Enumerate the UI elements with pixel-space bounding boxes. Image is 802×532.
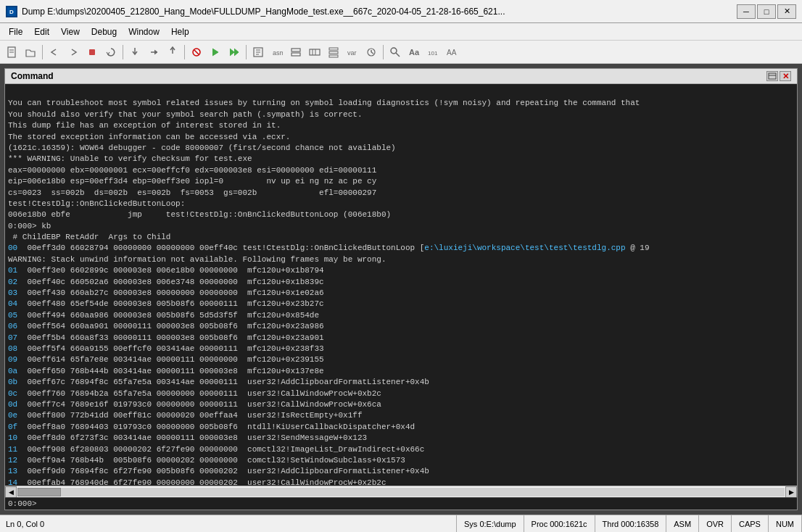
scroll-track[interactable] bbox=[17, 488, 785, 496]
toolbar-find[interactable] bbox=[386, 43, 404, 61]
command-input[interactable] bbox=[40, 499, 794, 508]
app-window: D Dump E:\dumps\20200405_212800_Hang_Mod… bbox=[0, 0, 802, 532]
scroll-right-btn[interactable]: ▶ bbox=[785, 486, 797, 498]
status-proc: Proc 000:1621c bbox=[524, 515, 595, 532]
scroll-thumb[interactable] bbox=[17, 488, 61, 496]
menu-view[interactable]: View bbox=[55, 25, 86, 38]
toolbar: asm var Aa 101 AA bbox=[0, 41, 802, 64]
toolbar-source[interactable] bbox=[249, 43, 267, 61]
svg-text:D: D bbox=[9, 9, 14, 15]
command-output[interactable]: You can troubleshoot most symbol related… bbox=[5, 84, 797, 486]
svg-text:AA: AA bbox=[447, 49, 457, 57]
menu-help[interactable]: Help bbox=[165, 25, 195, 38]
status-asm[interactable]: ASM bbox=[666, 515, 699, 532]
status-num[interactable]: NUM bbox=[769, 515, 802, 532]
toolbar-registers[interactable] bbox=[287, 43, 305, 61]
minimize-button[interactable]: ─ bbox=[737, 4, 756, 19]
svg-rect-5 bbox=[89, 49, 95, 55]
toolbar-back[interactable] bbox=[46, 43, 63, 61]
menu-debug[interactable]: Debug bbox=[86, 25, 123, 38]
close-button[interactable]: ✕ bbox=[777, 4, 796, 19]
svg-rect-18 bbox=[310, 49, 320, 55]
toolbar-open[interactable] bbox=[22, 43, 39, 61]
svg-rect-23 bbox=[329, 55, 338, 57]
status-thrd: Thrd 000:16358 bbox=[595, 515, 667, 532]
window-controls: ─ □ ✕ bbox=[737, 4, 796, 19]
toolbar-wrap[interactable]: AA bbox=[443, 43, 460, 61]
status-ovr[interactable]: OVR bbox=[699, 515, 732, 532]
panel-close-btn[interactable]: ✕ bbox=[780, 71, 791, 81]
content-area: Command ✕ You can troubleshoot most symb… bbox=[0, 64, 802, 515]
scroll-left-btn[interactable]: ◀ bbox=[5, 486, 17, 498]
toolbar-step-over[interactable] bbox=[145, 43, 162, 61]
svg-rect-22 bbox=[329, 51, 338, 54]
svg-point-28 bbox=[391, 48, 397, 54]
command-panel: Command ✕ You can troubleshoot most symb… bbox=[4, 68, 798, 510]
toolbar-aa[interactable]: Aa bbox=[405, 43, 423, 61]
toolbar-step-out[interactable] bbox=[164, 43, 181, 61]
svg-rect-33 bbox=[769, 73, 776, 79]
svg-rect-21 bbox=[329, 48, 338, 50]
toolbar-sep-3 bbox=[184, 45, 185, 59]
toolbar-callstack[interactable] bbox=[325, 43, 342, 61]
toolbar-step-into[interactable] bbox=[126, 43, 144, 61]
toolbar-sep-5 bbox=[383, 45, 384, 59]
window-title: Dump E:\dumps\20200405_212800_Hang_Mode\… bbox=[22, 7, 737, 17]
status-sys: Sys 0:E:\dump bbox=[457, 515, 524, 532]
svg-rect-17 bbox=[292, 53, 300, 56]
svg-line-10 bbox=[194, 50, 199, 54]
toolbar-forward[interactable] bbox=[65, 43, 82, 61]
toolbar-new[interactable] bbox=[3, 43, 20, 61]
menu-bar: File Edit View Debug Window Help bbox=[0, 23, 802, 41]
command-panel-header: Command ✕ bbox=[5, 69, 797, 84]
svg-line-27 bbox=[371, 52, 373, 54]
h-scrollbar[interactable]: ◀ ▶ bbox=[5, 486, 797, 497]
svg-rect-16 bbox=[292, 49, 300, 51]
toolbar-go[interactable] bbox=[207, 43, 224, 61]
status-caps[interactable]: CAPS bbox=[732, 515, 769, 532]
svg-text:var: var bbox=[347, 49, 357, 57]
toolbar-sep-2 bbox=[123, 45, 123, 59]
app-icon: D bbox=[6, 6, 17, 17]
svg-line-29 bbox=[396, 53, 400, 57]
toolbar-memory[interactable] bbox=[306, 43, 323, 61]
command-prompt: 0:000> bbox=[8, 499, 37, 508]
toolbar-sep-1 bbox=[42, 45, 43, 59]
toolbar-locals[interactable]: var bbox=[344, 43, 361, 61]
svg-text:Aa: Aa bbox=[409, 48, 420, 57]
menu-edit[interactable]: Edit bbox=[28, 25, 55, 38]
toolbar-stop[interactable] bbox=[83, 43, 101, 61]
svg-text:101: 101 bbox=[428, 50, 438, 57]
menu-file[interactable]: File bbox=[3, 25, 28, 38]
menu-window[interactable]: Window bbox=[123, 25, 165, 38]
toolbar-sep-4 bbox=[246, 45, 247, 59]
toolbar-disasm[interactable]: asm bbox=[268, 43, 286, 61]
title-bar: D Dump E:\dumps\20200405_212800_Hang_Mod… bbox=[0, 0, 802, 23]
toolbar-restart[interactable] bbox=[102, 43, 120, 61]
command-input-area: 0:000> bbox=[5, 497, 797, 510]
panel-controls: ✕ bbox=[766, 71, 791, 81]
command-panel-title: Command bbox=[11, 71, 54, 81]
output-line-1: You can troubleshoot most symbol related… bbox=[8, 99, 650, 486]
toolbar-watch[interactable] bbox=[363, 43, 380, 61]
status-bar: Ln 0, Col 0 Sys 0:E:\dump Proc 000:1621c… bbox=[0, 515, 802, 532]
toolbar-break[interactable] bbox=[188, 43, 205, 61]
toolbar-hex[interactable]: 101 bbox=[424, 43, 442, 61]
toolbar-go2[interactable] bbox=[226, 43, 243, 61]
maximize-button[interactable]: □ bbox=[757, 4, 776, 19]
panel-icon-btn[interactable] bbox=[766, 71, 778, 81]
svg-text:asm: asm bbox=[273, 49, 283, 57]
status-ln-col: Ln 0, Col 0 bbox=[0, 515, 457, 532]
